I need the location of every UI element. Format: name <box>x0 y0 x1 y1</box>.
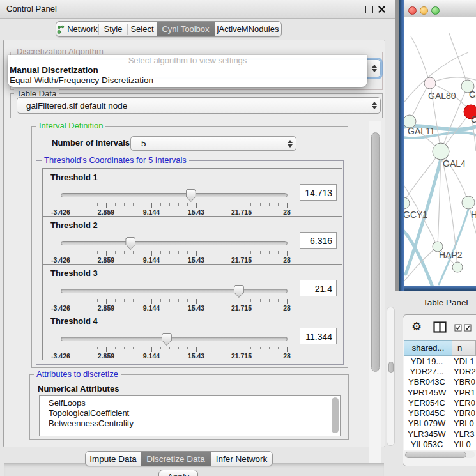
dropdown-option-equal-width[interactable]: Equal Width/Frequency Discretization <box>8 75 367 86</box>
stepper-arrows-icon <box>284 140 296 148</box>
minimize-traffic-light[interactable] <box>420 6 428 15</box>
panel-scrollbar[interactable] <box>369 121 381 463</box>
tab-jactivemnodules-label: jActiveMNodules <box>217 24 279 34</box>
tick-label: 21.715 <box>231 208 252 216</box>
threshold-1-panel: Threshold 1 -3.426 2.859 9.144 15.43 21.… <box>42 168 342 217</box>
slider-track[interactable] <box>61 241 288 245</box>
list-item[interactable]: SelfLoops <box>49 398 340 408</box>
threshold-2-value-field[interactable]: 6.316 <box>300 232 337 249</box>
tab-network[interactable]: Network <box>56 22 98 36</box>
tab-jactivemnodules[interactable]: jActiveMNodules <box>215 22 281 36</box>
table-row[interactable]: YBR043CYBR0 <box>404 377 476 387</box>
table-row[interactable]: YBR045CYBR0 <box>404 408 476 418</box>
threshold-3-label: Threshold 3 <box>50 268 98 278</box>
node-label-gal80: GAL80 <box>428 91 456 101</box>
node-gal4[interactable] <box>433 143 449 160</box>
zoom-traffic-light[interactable] <box>431 6 440 15</box>
threshold-1-value-field[interactable]: 14.713 <box>300 184 337 201</box>
interval-definition-title: Interval Definition <box>36 121 105 130</box>
dropdown-option-manual[interactable]: Manual Discretization <box>8 65 367 75</box>
threshold-4-slider[interactable] <box>61 333 288 346</box>
node-label-gal4: GAL4 <box>443 158 466 169</box>
threshold-4-value-field[interactable]: 11.344 <box>300 328 337 344</box>
tick-label: -3.426 <box>51 256 70 264</box>
number-of-intervals-label: Number of Intervals <box>52 138 130 148</box>
column-header-shared-name[interactable]: shared... <box>404 340 452 356</box>
column-header-name[interactable]: n <box>452 340 476 356</box>
panel-scrollbar-thumb[interactable] <box>371 132 380 372</box>
slider-thumb[interactable] <box>125 237 135 250</box>
node-gal80[interactable] <box>424 77 436 89</box>
tick-label: 28 <box>283 208 291 216</box>
tick-label: 2.859 <box>98 256 114 264</box>
checkbox-icons[interactable] <box>454 324 472 332</box>
outer-scrollbar[interactable] <box>387 307 395 446</box>
node-gcy1[interactable] <box>404 197 410 209</box>
list-item[interactable]: BetweennessCentrality <box>49 418 340 429</box>
table-row[interactable]: YLR345WYLR3 <box>404 429 476 439</box>
tab-discretize-data-label: Discretize Data <box>146 454 205 464</box>
node-label-hap2: HAP2 <box>439 250 463 260</box>
tab-cyni-toolbox-label: Cyni Toolbox <box>162 24 209 34</box>
slider-track[interactable] <box>61 289 288 293</box>
node-label-clipped: C <box>471 114 476 125</box>
table-row[interactable]: YIL053CYIL0 <box>404 439 476 449</box>
dropdown-hint-item[interactable]: Select algorithm to view settings <box>8 55 367 65</box>
slider-thumb[interactable] <box>162 333 172 346</box>
threshold-1-slider[interactable] <box>61 189 288 202</box>
tab-infer-network[interactable]: Infer Network <box>211 452 272 466</box>
tab-style[interactable]: Style <box>99 22 127 36</box>
tick-label: 28 <box>283 256 291 264</box>
list-item[interactable]: TopologicalCoefficient <box>49 408 340 418</box>
split-panel-icon[interactable] <box>433 321 447 333</box>
tab-discretize-data[interactable]: Discretize Data <box>141 452 211 466</box>
threshold-3-slider[interactable] <box>61 285 288 298</box>
float-window-icon[interactable] <box>365 6 373 13</box>
tick-label: 15.43 <box>188 352 204 360</box>
node-table[interactable]: YDL19...YDL1 YDR27...YDR2 YBR043CYBR0 YP… <box>404 356 476 450</box>
tab-cyni-toolbox[interactable]: Cyni Toolbox <box>157 22 215 36</box>
checkbox-checked-icon <box>454 324 462 332</box>
tick-label: 28 <box>283 352 291 360</box>
tab-select[interactable]: Select <box>128 22 157 36</box>
threshold-3-value-field[interactable]: 21.4 <box>300 280 337 296</box>
table-panel-title: Table Panel <box>423 298 468 307</box>
table-data-value: galFiltered.sif default node <box>17 101 369 111</box>
close-icon[interactable] <box>378 6 385 13</box>
list-scrollbar[interactable] <box>332 397 339 433</box>
close-traffic-light[interactable] <box>408 6 417 15</box>
network-window-frame-bottom <box>404 286 476 291</box>
stepper-arrows-icon <box>369 65 380 72</box>
tab-impute-data[interactable]: Impute Data <box>86 452 141 466</box>
network-view[interactable]: GAL80 GA C GAL11 GAL4 GCY1 H HAP2 <box>404 17 476 286</box>
node[interactable] <box>452 262 463 272</box>
threshold-2-label: Threshold 2 <box>50 220 98 230</box>
table-row[interactable]: YBL079WYBL0 <box>404 418 476 429</box>
attributes-group-title: Attributes to discretize <box>34 370 121 378</box>
tick-label: 2.859 <box>98 352 114 360</box>
gear-icon[interactable]: ⚙ <box>411 319 422 333</box>
slider-thumb[interactable] <box>186 189 196 202</box>
number-of-intervals-select[interactable]: 5 <box>130 136 296 151</box>
tick-label: 9.144 <box>143 304 160 312</box>
apply-button[interactable]: Apply <box>158 470 198 476</box>
table-row[interactable]: YPR145WYPR1 <box>404 387 476 397</box>
outer-scrollbar-thumb[interactable] <box>388 362 394 373</box>
table-data-select[interactable]: galFiltered.sif default node <box>17 97 381 114</box>
threshold-2-slider[interactable] <box>61 237 288 250</box>
tab-impute-data-label: Impute Data <box>89 454 137 464</box>
table-horizontal-scrollbar[interactable] <box>404 451 475 458</box>
table-row[interactable]: YDL19...YDL1 <box>404 356 476 366</box>
network-graph-icon <box>57 25 65 34</box>
slider-track[interactable] <box>61 337 288 341</box>
slider-thumb[interactable] <box>234 285 244 298</box>
table-row[interactable]: YER054CYER0 <box>404 397 476 408</box>
thresholds-group-title: Threshold's Coordinates for 5 Intervals <box>42 156 189 164</box>
node[interactable] <box>462 196 475 209</box>
numerical-attributes-list[interactable]: SelfLoops TopologicalCoefficient Between… <box>39 395 341 436</box>
table-row[interactable]: YDR27...YDR2 <box>404 366 476 376</box>
table-horizontal-scrollbar-thumb[interactable] <box>405 452 466 458</box>
slider-track[interactable] <box>61 193 288 197</box>
network-window-frame <box>399 0 404 291</box>
network-window-titlebar[interactable] <box>404 0 476 18</box>
